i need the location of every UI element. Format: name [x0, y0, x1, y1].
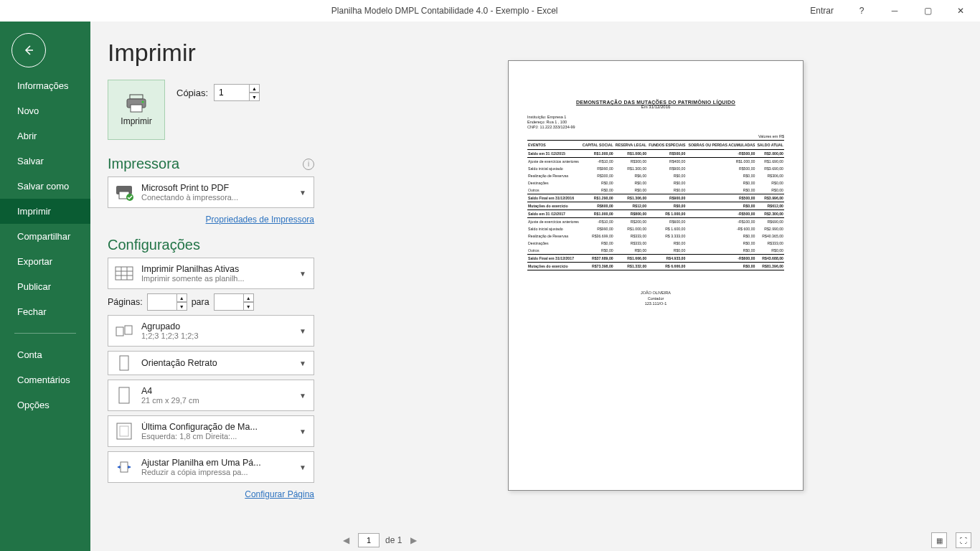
collate-dropdown[interactable]: Agrupado 1;2;3 1;2;3 1;2;3 ▼ [108, 315, 314, 347]
portrait-icon [113, 352, 136, 375]
arrow-left-icon [22, 43, 36, 57]
svg-rect-7 [116, 267, 133, 280]
back-button[interactable] [11, 33, 46, 67]
chevron-down-icon: ▼ [296, 428, 309, 435]
pages-to-spinner[interactable]: ▲▼ [214, 293, 254, 311]
info-icon[interactable]: i [303, 159, 314, 170]
sidebar-item-account[interactable]: Conta [0, 342, 90, 367]
pages-to-input[interactable] [214, 293, 244, 311]
sidebar-item-save-as[interactable]: Salvar como [0, 174, 90, 199]
svg-rect-14 [121, 462, 128, 472]
svg-rect-12 [117, 423, 131, 439]
paper-dropdown[interactable]: A4 21 cm x 29,7 cm ▼ [108, 380, 314, 411]
print-button[interactable]: Imprimir [108, 80, 165, 140]
printer-section-title: Impressora i [108, 156, 314, 172]
orientation-dropdown[interactable]: Orientação Retrato ▼ [108, 351, 314, 375]
report-meta: Instituição: Empresa 1 Endereço: Rua 1 ,… [527, 115, 784, 130]
window-title: Planilha Modelo DMPL Contabilidade 4.0 -… [90, 6, 798, 16]
report-table: EVENTOSCAPITAL SOCIALRESERVA LEGALFUNDOS… [527, 140, 784, 270]
svg-rect-10 [120, 356, 128, 370]
report-currency: Valores em R$ [527, 134, 784, 138]
pages-from-input[interactable] [147, 293, 177, 311]
chevron-down-icon: ▼ [296, 359, 309, 367]
copies-input[interactable] [214, 84, 250, 101]
report-title: DEMONSTRAÇÃO DAS MUTAÇÕES DO PATRIMÔNIO … [527, 100, 784, 105]
printer-icon [124, 93, 149, 113]
backstage-sidebar: Informações Novo Abrir Salvar Salvar com… [0, 22, 90, 551]
page-setup-link[interactable]: Configurar Página [245, 489, 314, 499]
svg-rect-13 [120, 426, 128, 436]
svg-rect-8 [116, 327, 123, 336]
print-what-dropdown[interactable]: Imprimir Planilhas Ativas Imprimir somen… [108, 258, 314, 289]
settings-section-title: Configurações [108, 237, 314, 253]
sidebar-item-feedback[interactable]: Comentários [0, 367, 90, 392]
help-button[interactable]: ? [845, 0, 878, 22]
copies-up[interactable]: ▲ [250, 84, 260, 93]
chevron-down-icon: ▼ [296, 392, 309, 400]
preview-page: DEMONSTRAÇÃO DAS MUTAÇÕES DO PATRIMÔNIO … [508, 60, 804, 491]
preview-footer: ◀ de 1 ▶ ▦ ⛶ [331, 529, 980, 551]
printer-status: Conectando à impressora... [141, 193, 291, 202]
copies-spinner[interactable]: ▲▼ [214, 84, 260, 101]
title-bar: Planilha Modelo DMPL Contabilidade 4.0 -… [0, 0, 980, 22]
sidebar-item-export[interactable]: Exportar [0, 249, 90, 274]
minimize-button[interactable]: ─ [878, 0, 911, 22]
sidebar-item-save[interactable]: Salvar [0, 149, 90, 174]
print-panel: Imprimir Imprimir Cópias: ▲▼ Impressora … [90, 22, 331, 551]
svg-rect-0 [130, 95, 143, 99]
margins-icon [113, 420, 136, 443]
sidebar-item-publish[interactable]: Publicar [0, 274, 90, 299]
page-title: Imprimir [108, 39, 314, 67]
svg-point-3 [142, 101, 144, 103]
scaling-dropdown[interactable]: Ajustar Planilha em Uma Pá... Reduzir a … [108, 451, 314, 483]
report-signature: JOÃO OLIVEIRA Contador 123.111/O-1 [527, 291, 784, 306]
next-page-button[interactable]: ▶ [407, 535, 420, 545]
close-button[interactable]: ✕ [944, 0, 977, 22]
svg-rect-9 [125, 326, 132, 334]
prev-page-button[interactable]: ◀ [340, 535, 352, 545]
pages-label: Páginas: [108, 297, 143, 307]
sidebar-item-close[interactable]: Fechar [0, 299, 90, 324]
sidebar-item-print[interactable]: Imprimir [0, 199, 90, 224]
show-margins-button[interactable]: ▦ [931, 532, 947, 548]
page-number-input[interactable] [358, 533, 380, 547]
sign-in-link[interactable]: Entrar [798, 6, 845, 16]
margins-dropdown[interactable]: Última Configuração de Ma... Esquerda: 1… [108, 415, 314, 447]
page-total-label: de 1 [385, 535, 402, 545]
printer-dropdown[interactable]: Microsoft Print to PDF Conectando à impr… [108, 176, 314, 208]
printer-status-icon [113, 181, 136, 204]
sidebar-item-open[interactable]: Abrir [0, 123, 90, 149]
svg-rect-11 [119, 387, 129, 403]
zoom-to-page-button[interactable]: ⛶ [956, 532, 971, 548]
pages-to-label: para [192, 297, 209, 307]
print-button-label: Imprimir [121, 116, 151, 126]
copies-down[interactable]: ▼ [250, 93, 260, 101]
chevron-down-icon: ▼ [296, 327, 309, 335]
print-preview-pane: DEMONSTRAÇÃO DAS MUTAÇÕES DO PATRIMÔNIO … [331, 22, 980, 551]
sidebar-item-options[interactable]: Opções [0, 392, 90, 418]
svg-rect-2 [131, 105, 142, 112]
paper-icon [113, 384, 136, 407]
pages-from-spinner[interactable]: ▲▼ [147, 293, 187, 311]
copies-label: Cópias: [176, 88, 208, 98]
chevron-down-icon: ▼ [296, 270, 309, 278]
report-subtitle: Em 31/12/2016 [527, 105, 784, 109]
chevron-down-icon: ▼ [296, 189, 309, 197]
sheets-icon [113, 262, 136, 285]
sidebar-item-share[interactable]: Compartilhar [0, 224, 90, 249]
fit-icon [113, 456, 136, 479]
printer-properties-link[interactable]: Propriedades de Impressora [206, 215, 314, 225]
sidebar-divider [14, 333, 76, 334]
maximize-button[interactable]: ▢ [911, 0, 944, 22]
sidebar-item-new[interactable]: Novo [0, 98, 90, 123]
chevron-down-icon: ▼ [296, 463, 309, 471]
sidebar-item-info[interactable]: Informações [0, 73, 90, 98]
collate-icon [113, 319, 136, 342]
printer-name: Microsoft Print to PDF [141, 183, 291, 193]
